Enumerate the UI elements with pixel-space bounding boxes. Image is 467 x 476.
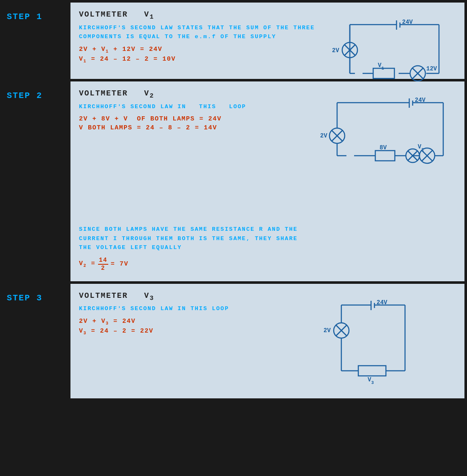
svg-text:24V: 24V <box>415 97 426 104</box>
step1-label: STEP 1 <box>3 3 70 79</box>
svg-text:V3: V3 <box>368 376 374 385</box>
svg-rect-38 <box>375 151 395 161</box>
step3-label: STEP 3 <box>3 284 70 398</box>
svg-text:8V: 8V <box>380 144 387 151</box>
step3-content: VOLTMETER V3 KIRCHHOFF'S SECOND LAW IN T… <box>70 284 464 398</box>
step1-row: STEP 1 VOLTMETER V1 KIRCHHOFF'S SECOND L… <box>3 3 464 79</box>
step3-row: STEP 3 VOLTMETER V3 KIRCHHOFF'S SECOND L… <box>3 284 464 398</box>
step3-circuit: V3 2V 24V <box>316 288 426 388</box>
svg-text:24V: 24V <box>402 19 413 25</box>
svg-text:2V: 2V <box>324 327 331 334</box>
svg-text:12V: 12V <box>426 65 437 72</box>
step2-bottom: SINCE BOTH LAMPS HAVE THE SAME RESISTANC… <box>79 225 456 252</box>
step2-content: VOLTMETER V2 KIRCHHOFF'S SECOND LAW IN T… <box>70 81 464 281</box>
svg-text:2V: 2V <box>320 132 327 139</box>
step2-label: STEP 2 <box>3 81 70 281</box>
step2-row: STEP 2 VOLTMETER V2 KIRCHHOFF'S SECOND L… <box>3 81 464 281</box>
step2-final-eq: V2 = 14 2 = 7V <box>79 257 456 272</box>
svg-text:V1: V1 <box>378 62 384 71</box>
svg-text:24V: 24V <box>377 299 388 306</box>
step2-circuit: V2 8V 2V 24V <box>312 86 456 177</box>
svg-rect-55 <box>358 366 386 376</box>
step1-content: VOLTMETER V1 KIRCHHOFF'S SECOND LAW STAT… <box>70 3 464 79</box>
svg-text:2V: 2V <box>332 47 339 54</box>
